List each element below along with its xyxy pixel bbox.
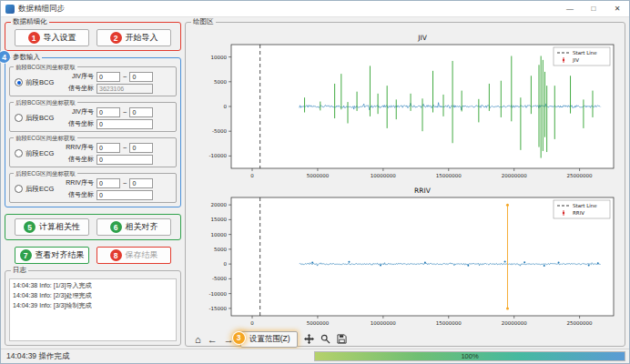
ecg-back-section: 后段ECG区间坐标获取 后段ECG RRIV序号 ~ bbox=[9, 173, 177, 203]
rriv-chart[interactable]: RRIV050000001000000015000000200000002500… bbox=[189, 183, 621, 329]
log-line: 14:04:39 Info: [3/3]绘制完成 bbox=[13, 301, 173, 310]
svg-text:-15000: -15000 bbox=[209, 306, 228, 311]
section-title: 前段ECG区间坐标获取 bbox=[14, 134, 77, 142]
seq-to-input[interactable] bbox=[129, 178, 153, 188]
forward-icon[interactable]: → bbox=[224, 333, 234, 346]
svg-text:0: 0 bbox=[224, 261, 228, 267]
bcg-back-section: 后段BCG区间坐标获取 后段BCG JIV序号 ~ bbox=[9, 102, 177, 132]
svg-text:RRIV: RRIV bbox=[414, 187, 432, 195]
svg-text:10000: 10000 bbox=[211, 232, 228, 238]
correlation-align-button[interactable]: 6 相关对齐 bbox=[97, 218, 171, 236]
radio-icon[interactable] bbox=[15, 149, 23, 157]
coord-input[interactable] bbox=[97, 190, 153, 200]
step-marker-2: 2 bbox=[110, 32, 122, 44]
status-text: 14:04:39 操作完成 bbox=[6, 351, 69, 362]
compute-correlation-label: 计算相关性 bbox=[39, 221, 80, 233]
section-title: 后段BCG区间坐标获取 bbox=[14, 98, 77, 106]
svg-text:10000: 10000 bbox=[211, 55, 228, 60]
radio-front-bcg[interactable]: 前段BCG bbox=[12, 78, 59, 87]
seq-to-input[interactable] bbox=[129, 107, 153, 117]
svg-text:15000: 15000 bbox=[211, 217, 228, 222]
svg-text:-5000: -5000 bbox=[212, 128, 227, 134]
main-area: 数据精细化 1 导入设置 2 开始导入 参数输入 4 bbox=[1, 17, 629, 349]
progress-label: 100% bbox=[461, 352, 478, 360]
app-window: 数据精细同步 — □ ✕ 数据精细化 1 导入设置 2 开始导入 bbox=[0, 0, 630, 364]
seq-to-input[interactable] bbox=[129, 72, 153, 82]
progress-bar: 100% bbox=[314, 351, 625, 361]
radio-label: 后段ECG bbox=[25, 185, 54, 194]
coord-label: 信号坐标 bbox=[59, 190, 94, 199]
pan-icon[interactable] bbox=[304, 334, 314, 344]
seq-label: RRIV序号 bbox=[59, 178, 94, 187]
coord-input[interactable] bbox=[97, 119, 153, 129]
seq-to-input[interactable] bbox=[129, 143, 153, 153]
svg-text:JIV: JIV bbox=[572, 57, 579, 64]
svg-text:20000000: 20000000 bbox=[502, 320, 527, 326]
log-list[interactable]: 14:04:38 Info: [1/3]导入完成 14:04:38 Info: … bbox=[9, 278, 177, 341]
step-marker-1: 1 bbox=[28, 32, 40, 44]
log-group: 日志 14:04:38 Info: [1/3]导入完成 14:04:38 Inf… bbox=[5, 270, 181, 346]
svg-text:Start Line: Start Line bbox=[573, 203, 597, 208]
import-settings-label: 导入设置 bbox=[44, 32, 76, 44]
svg-text:JIV: JIV bbox=[417, 34, 427, 42]
svg-text:RRIV: RRIV bbox=[573, 210, 584, 216]
seq-from-input[interactable] bbox=[97, 72, 120, 82]
minimize-button[interactable]: — bbox=[558, 1, 582, 16]
plot-group-title: 绘图区 bbox=[191, 17, 216, 26]
seq-from-input[interactable] bbox=[97, 107, 120, 117]
ecg-front-section: 前段ECG区间坐标获取 前段ECG RRIV序号 ~ bbox=[9, 137, 177, 167]
back-icon[interactable]: ← bbox=[208, 333, 218, 346]
radio-icon[interactable] bbox=[15, 78, 23, 86]
seq-label: JIV序号 bbox=[59, 72, 94, 81]
close-button[interactable]: ✕ bbox=[605, 1, 629, 16]
charts-area: JIV0500000010000000150000002000000025000… bbox=[189, 30, 623, 329]
plot-group: 绘图区 JIV050000001000000015000000200000002… bbox=[185, 22, 625, 347]
tilde-label: ~ bbox=[123, 73, 127, 81]
svg-text:0: 0 bbox=[224, 104, 228, 109]
step-marker-8: 8 bbox=[110, 249, 122, 261]
import-group-title: 数据精细化 bbox=[11, 17, 49, 26]
svg-text:20000000: 20000000 bbox=[502, 173, 527, 178]
seq-from-input[interactable] bbox=[97, 178, 120, 188]
home-icon[interactable]: ⌂ bbox=[195, 333, 201, 346]
radio-label: 前段BCG bbox=[25, 78, 54, 87]
coord-input[interactable] bbox=[97, 84, 153, 94]
import-settings-button[interactable]: 1 导入设置 bbox=[15, 29, 89, 46]
zoom-icon[interactable] bbox=[320, 334, 330, 344]
coord-input[interactable] bbox=[97, 155, 153, 165]
svg-text:0: 0 bbox=[250, 320, 254, 326]
radio-back-ecg[interactable]: 后段ECG bbox=[12, 185, 59, 194]
maximize-button[interactable]: □ bbox=[582, 1, 605, 16]
log-line: 14:04:38 Info: [2/3]处理完成 bbox=[13, 291, 173, 300]
svg-text:5000: 5000 bbox=[214, 247, 227, 252]
view-align-result-label: 查看对齐结果 bbox=[36, 249, 85, 261]
save-icon[interactable] bbox=[337, 334, 347, 344]
compute-group: 5 计算相关性 6 相关对齐 bbox=[5, 214, 181, 240]
radio-icon[interactable] bbox=[15, 185, 23, 193]
svg-text:-5000: -5000 bbox=[212, 276, 227, 281]
left-panel: 数据精细化 1 导入设置 2 开始导入 参数输入 4 bbox=[3, 17, 183, 349]
section-title: 前段BCG区间坐标获取 bbox=[14, 63, 77, 71]
view-align-result-button[interactable]: 7 查看对齐结果 bbox=[15, 247, 89, 264]
tilde-label: ~ bbox=[123, 179, 127, 187]
correlation-align-label: 相关对齐 bbox=[126, 221, 158, 233]
seq-from-input[interactable] bbox=[97, 143, 120, 153]
set-range-button[interactable]: 3 设置范围(Z) bbox=[240, 331, 298, 348]
start-import-button[interactable]: 2 开始导入 bbox=[97, 29, 171, 46]
jiv-chart[interactable]: JIV0500000010000000150000002000000025000… bbox=[189, 30, 621, 181]
compute-correlation-button[interactable]: 5 计算相关性 bbox=[15, 218, 89, 236]
svg-text:-10000: -10000 bbox=[209, 291, 228, 297]
radio-back-bcg[interactable]: 后段BCG bbox=[12, 114, 59, 123]
svg-text:5000000: 5000000 bbox=[307, 173, 330, 178]
app-icon bbox=[5, 5, 15, 14]
radio-icon[interactable] bbox=[15, 114, 23, 122]
result-row: 7 查看对齐结果 8 保存结果 bbox=[5, 247, 181, 264]
svg-text:Start Line: Start Line bbox=[573, 50, 597, 56]
svg-text:10000000: 10000000 bbox=[371, 173, 396, 178]
radio-front-ecg[interactable]: 前段ECG bbox=[12, 149, 59, 158]
save-result-button[interactable]: 8 保存结果 bbox=[97, 247, 171, 264]
coord-label: 信号坐标 bbox=[59, 84, 94, 93]
import-group: 数据精细化 1 导入设置 2 开始导入 bbox=[5, 22, 181, 51]
right-panel: 绘图区 JIV050000001000000015000000200000002… bbox=[185, 17, 625, 349]
svg-text:-10000: -10000 bbox=[209, 153, 228, 158]
